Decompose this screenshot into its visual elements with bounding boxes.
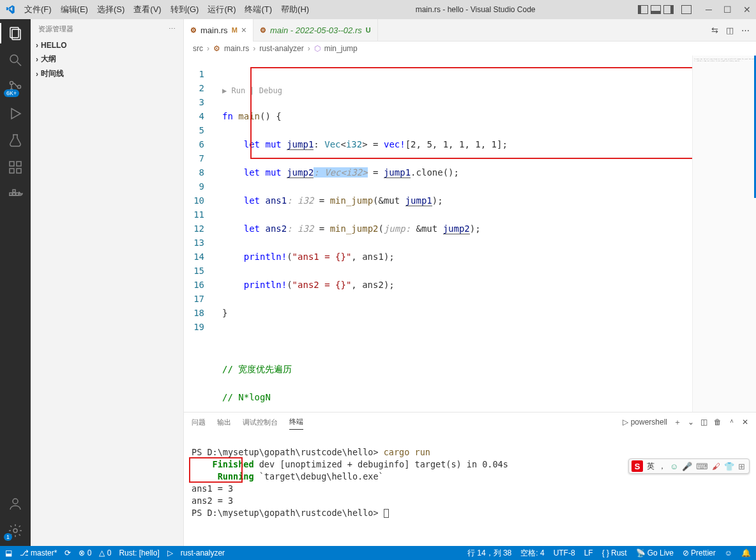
ime-brush-icon[interactable]: 🖌 [712,462,720,471]
sidebar-title: 资源管理器 [38,24,73,34]
rust-file-icon: ⚙ [190,26,197,34]
sogou-icon[interactable]: S [631,460,643,472]
status-feedback-icon[interactable]: ☺ [725,549,732,557]
ime-skin-icon[interactable]: 👕 [724,462,734,471]
ime-punct[interactable]: ， [658,461,666,472]
window-title: main.rs - hello - Visual Studio Code [313,5,638,14]
svg-point-16 [13,499,18,504]
status-bell-icon[interactable]: 🔔 [741,549,751,557]
menu-goto[interactable]: 转到(G) [167,3,203,17]
codelens-run-debug[interactable]: ▶ Run | Debug [222,84,692,95]
maximize-panel-icon[interactable]: ＾ [728,417,736,428]
menu-terminal[interactable]: 终端(T) [241,3,276,17]
terminal-content[interactable]: PS D:\mysetup\gopath\rustcode\hello> car… [184,432,756,546]
ime-tool-icon[interactable]: ⊞ [738,462,745,471]
code-editor[interactable]: 12345678910111213141516171819 ▶ Run | De… [184,56,756,412]
tab-untracked-indicator: U [366,26,371,34]
status-prettier[interactable]: ⊘ Prettier [683,549,716,557]
sidebar-section-hello[interactable]: HELLO [31,39,183,52]
settings-icon[interactable]: 1 [8,523,23,538]
close-button[interactable]: ✕ [743,4,751,15]
menu-select[interactable]: 选择(S) [93,3,128,17]
status-remote-icon[interactable]: ⬓ [5,549,12,557]
svg-point-17 [13,529,17,533]
status-language[interactable]: { } Rust [602,549,627,557]
status-errors[interactable]: ⊗ 0 [79,549,91,557]
vscode-logo-icon [5,4,15,15]
docker-icon[interactable] [8,186,23,202]
terminal-shell-label[interactable]: ▷ powershell [623,418,667,427]
panel-tab-output[interactable]: 输出 [217,415,231,430]
svg-rect-11 [17,162,21,166]
svg-marker-7 [11,109,20,119]
extensions-icon[interactable] [8,160,23,175]
sidebar-section-timeline[interactable]: 时间线 [31,66,183,81]
status-sync[interactable]: ⟳ [64,549,71,557]
svg-point-2 [10,55,18,63]
ime-voice-icon[interactable]: 🎤 [682,462,692,471]
status-bar: ⬓ ⎇ master* ⟳ ⊗ 0 △ 0 Rust: [hello] ▷ ru… [0,546,756,560]
split-terminal-icon[interactable]: ◫ [700,418,707,427]
status-eol[interactable]: LF [584,549,593,557]
line-numbers: 12345678910111213141516171819 [184,56,211,412]
tab-main-rs[interactable]: ⚙ main.rs M × [184,19,253,42]
ime-lang[interactable]: 英 [647,461,654,472]
menu-run[interactable]: 运行(R) [204,3,239,17]
terminal-dropdown-icon[interactable]: ⌄ [688,418,694,427]
compare-changes-icon[interactable]: ⇆ [711,26,718,35]
svg-rect-9 [10,169,14,173]
run-debug-icon[interactable] [8,106,23,121]
tab-close-icon[interactable]: × [241,25,246,35]
ime-emoji-icon[interactable]: ☺ [670,462,678,471]
status-rust-analyzer[interactable]: rust-analyzer [181,549,225,557]
menu-edit[interactable]: 编辑(E) [57,3,92,17]
minimap[interactable]: fn main vec let mut jump clone ans min_j… [692,56,756,412]
status-play-icon[interactable]: ▷ [167,549,173,557]
panel-tab-problems[interactable]: 问题 [192,415,206,430]
tab-filename: main.rs [200,26,228,35]
ime-toolbar[interactable]: S 英 ， ☺ 🎤 ⌨ 🖌 👕 ⊞ [628,458,750,474]
status-spaces[interactable]: 空格: 4 [520,548,544,559]
status-cursor-pos[interactable]: 行 14，列 38 [467,548,511,559]
status-encoding[interactable]: UTF-8 [554,549,575,557]
explorer-icon[interactable] [8,26,23,41]
ime-keyboard-icon[interactable]: ⌨ [696,462,708,471]
sidebar-more-icon[interactable]: ⋯ [169,25,176,33]
minimize-button[interactable]: ─ [706,4,712,15]
terminal-cursor [384,509,389,518]
tab-more-icon[interactable]: ⋯ [741,26,750,35]
menubar: 文件(F) 编辑(E) 选择(S) 查看(V) 转到(G) 运行(R) 终端(T… [20,3,313,17]
rust-file-icon: ⚙ [260,26,266,34]
code-content[interactable]: ▶ Run | Debug fn main() { let mut jump1:… [222,56,692,412]
account-icon[interactable] [8,496,23,511]
menu-view[interactable]: 查看(V) [130,3,165,17]
tab-main-timeline[interactable]: ⚙ main - 2022-05-03--02.rs U [253,19,378,42]
layout-controls[interactable] [638,5,692,14]
svg-point-4 [10,82,13,85]
breadcrumb[interactable]: src› ⚙main.rs› rust-analyzer› ⬡min_jump [184,42,756,56]
search-icon[interactable] [8,52,23,68]
tab-bar: ⚙ main.rs M × ⚙ main - 2022-05-03--02.rs… [184,19,756,42]
panel-tab-debug[interactable]: 调试控制台 [243,415,278,430]
close-panel-icon[interactable]: ✕ [742,418,748,427]
svg-rect-8 [10,162,14,166]
status-golive[interactable]: 📡 Go Live [636,549,674,557]
maximize-button[interactable]: ☐ [723,4,732,15]
scm-badge: 6K+ [4,89,19,97]
svg-rect-15 [13,190,15,192]
kill-terminal-icon[interactable]: 🗑 [714,418,722,427]
status-rust[interactable]: Rust: [hello] [119,549,159,557]
sidebar-section-outline[interactable]: 大纲 [31,52,183,66]
settings-badge: 1 [4,533,12,541]
menu-file[interactable]: 文件(F) [20,3,56,17]
menu-help[interactable]: 帮助(H) [277,3,313,17]
new-terminal-icon[interactable]: ＋ [674,417,681,428]
status-branch[interactable]: ⎇ master* [20,549,57,557]
status-warnings[interactable]: △ 0 [99,549,111,557]
testing-icon[interactable] [8,133,23,148]
panel-tab-terminal[interactable]: 终端 [289,414,303,430]
svg-point-6 [18,86,21,89]
scm-icon[interactable]: 6K+ [8,79,23,95]
split-editor-icon[interactable]: ◫ [726,26,734,35]
tab-filename: main - 2022-05-03--02.rs [270,26,362,35]
